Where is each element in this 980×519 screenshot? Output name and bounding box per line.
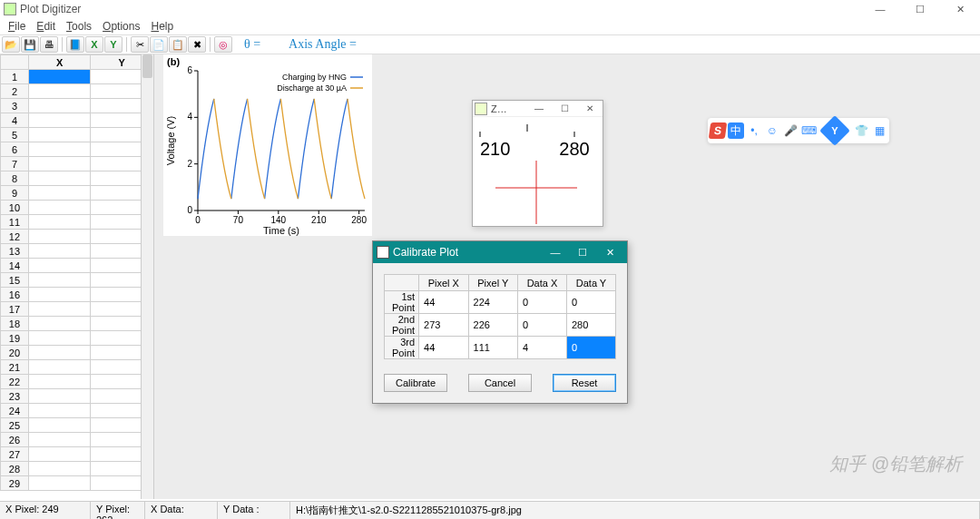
calibration-table[interactable]: Pixel XPixel YData XData Y1st Point2nd P… <box>384 274 616 359</box>
paste-icon[interactable]: 📋 <box>169 36 187 53</box>
sheet-cell[interactable] <box>28 273 91 288</box>
sheet-row-header[interactable]: 21 <box>1 360 29 375</box>
y-col-icon[interactable]: Y <box>104 36 122 53</box>
cancel-button[interactable]: Cancel <box>468 374 532 392</box>
calib-cell[interactable] <box>419 314 468 337</box>
sheet-row-header[interactable]: 20 <box>1 346 29 360</box>
calib-input[interactable] <box>522 296 563 308</box>
sheet-row-header[interactable]: 13 <box>1 244 29 259</box>
sheet-cell[interactable] <box>28 142 91 157</box>
ime-keyboard-icon[interactable]: ⌨ <box>800 122 817 139</box>
ime-hex-icon[interactable]: Y <box>819 115 850 146</box>
calib-cell[interactable] <box>468 337 517 359</box>
data-sheet[interactable]: XY12345678910111213141516171819202122232… <box>0 54 154 499</box>
sheet-row-header[interactable]: 9 <box>1 186 29 201</box>
menu-options[interactable]: Options <box>98 19 144 34</box>
calib-cell[interactable] <box>468 314 517 337</box>
print-icon[interactable]: 🖶 <box>40 36 58 53</box>
sheet-cell[interactable] <box>28 418 91 433</box>
cut-icon[interactable]: ✂ <box>131 36 149 53</box>
calib-cell[interactable] <box>518 291 567 314</box>
calibrate-icon[interactable]: ◎ <box>214 36 232 53</box>
calib-input[interactable] <box>522 341 563 354</box>
sheet-row-header[interactable]: 14 <box>1 259 29 273</box>
ime-tools-icon[interactable]: ▦ <box>871 122 887 139</box>
sheet-row-header[interactable]: 23 <box>1 389 29 404</box>
sheet-row-header[interactable]: 10 <box>1 201 29 215</box>
book-icon[interactable]: 📘 <box>66 36 84 53</box>
calib-cell[interactable] <box>468 291 517 314</box>
copy-icon[interactable]: 📄 <box>150 36 168 53</box>
sheet-cell[interactable] <box>28 84 91 99</box>
sheet-cell[interactable] <box>28 128 91 142</box>
sheet-cell[interactable] <box>28 433 91 447</box>
sheet-row-header[interactable]: 22 <box>1 375 29 389</box>
sheet-row-header[interactable]: 16 <box>1 288 29 302</box>
sheet-scrollbar[interactable] <box>141 54 153 499</box>
sheet-cell[interactable] <box>28 317 91 331</box>
calib-input[interactable] <box>473 318 514 331</box>
dialog-maximize[interactable]: ☐ <box>569 247 596 259</box>
sheet-cell[interactable] <box>28 230 91 244</box>
sheet-cell[interactable] <box>28 375 91 389</box>
calib-input[interactable] <box>473 296 514 308</box>
calib-input[interactable] <box>473 341 514 354</box>
calib-cell[interactable] <box>566 291 615 314</box>
close-button[interactable]: ✕ <box>940 0 980 18</box>
sheet-cell[interactable] <box>28 244 91 259</box>
sheet-cell[interactable] <box>28 360 91 375</box>
sheet-row-header[interactable]: 5 <box>1 128 29 142</box>
delete-icon[interactable]: ✖ <box>188 36 206 53</box>
open-icon[interactable]: 📂 <box>2 36 20 53</box>
sheet-row-header[interactable]: 1 <box>1 70 29 84</box>
sheet-row-header[interactable]: 19 <box>1 331 29 346</box>
sheet-col-header[interactable]: X <box>28 55 91 70</box>
sheet-row-header[interactable]: 8 <box>1 171 29 186</box>
calib-input[interactable] <box>423 318 464 331</box>
sheet-cell[interactable] <box>28 331 91 346</box>
sheet-cell[interactable] <box>28 389 91 404</box>
maximize-button[interactable]: ☐ <box>900 0 940 18</box>
sheet-cell[interactable] <box>28 259 91 273</box>
sheet-cell[interactable] <box>28 171 91 186</box>
calibrate-button[interactable]: Calibrate <box>384 374 447 392</box>
x-col-icon[interactable]: X <box>85 36 103 53</box>
menu-file[interactable]: File <box>4 19 30 34</box>
zoom-close[interactable]: ✕ <box>577 103 603 113</box>
menu-edit[interactable]: Edit <box>32 19 60 34</box>
plot-canvas[interactable]: (b) 0701402102800246Time (s)Voltage (V)C… <box>163 54 372 236</box>
sheet-cell[interactable] <box>28 302 91 317</box>
sheet-row-header[interactable]: 7 <box>1 157 29 171</box>
sheet-row-header[interactable]: 27 <box>1 447 29 462</box>
calib-input[interactable] <box>571 341 612 354</box>
sheet-cell[interactable] <box>28 99 91 113</box>
sheet-row-header[interactable]: 6 <box>1 142 29 157</box>
ime-emoji-icon[interactable]: ☺ <box>764 122 780 139</box>
ime-skin-icon[interactable]: 👕 <box>853 122 869 139</box>
calib-cell[interactable] <box>518 337 567 359</box>
zoom-window[interactable]: Z… — ☐ ✕ 210 280 <box>472 100 603 227</box>
sheet-row-header[interactable]: 4 <box>1 113 29 128</box>
dialog-close[interactable]: ✕ <box>596 247 623 259</box>
dialog-minimize[interactable]: — <box>542 247 569 258</box>
ime-punct-icon[interactable]: •, <box>746 122 762 139</box>
sheet-row-header[interactable]: 17 <box>1 302 29 317</box>
sheet-cell[interactable] <box>28 288 91 302</box>
calib-cell[interactable] <box>566 337 615 359</box>
menu-help[interactable]: Help <box>146 19 178 34</box>
calib-cell[interactable] <box>518 314 567 337</box>
calib-cell[interactable] <box>419 291 468 314</box>
sheet-row-header[interactable]: 26 <box>1 433 29 447</box>
zoom-minimize[interactable]: — <box>526 103 552 113</box>
sogou-logo-icon[interactable]: S <box>709 122 728 139</box>
reset-button[interactable]: Reset <box>553 374 616 392</box>
sheet-cell[interactable] <box>28 186 91 201</box>
sheet-row-header[interactable]: 15 <box>1 273 29 288</box>
dialog-title-bar[interactable]: Calibrate Plot — ☐ ✕ <box>373 241 627 263</box>
sheet-row-header[interactable]: 12 <box>1 230 29 244</box>
calib-input[interactable] <box>571 296 612 308</box>
calib-cell[interactable] <box>419 337 468 359</box>
sheet-cell[interactable] <box>28 476 91 491</box>
ime-toolbar[interactable]: S 中 •, ☺ 🎤 ⌨ Y 👕 ▦ <box>708 118 889 143</box>
sheet-cell[interactable] <box>28 70 91 84</box>
